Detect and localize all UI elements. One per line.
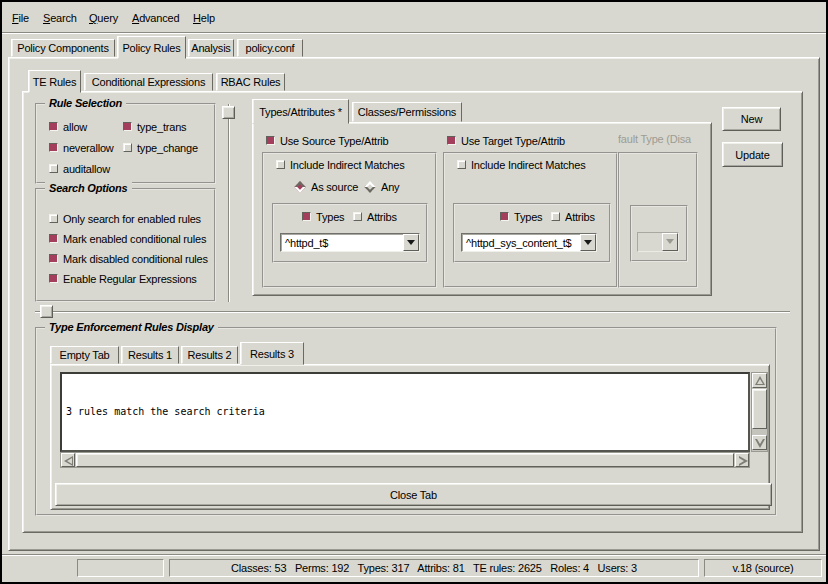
menu-advanced[interactable]: Advanced	[132, 12, 179, 24]
radio-indicator	[364, 181, 375, 192]
checkbox-indicator	[49, 164, 58, 173]
statusbar-message-panel	[77, 559, 164, 577]
checkbox-use-target-type[interactable]: Use Target Type/Attrib	[447, 134, 565, 147]
tab-classes-permissions[interactable]: Classes/Permissions	[352, 102, 462, 122]
checkbox-source-indirect[interactable]: Include Indirect Matches	[276, 158, 404, 171]
target-type-combo-value: ^httpd_sys_content_t$	[462, 237, 580, 249]
menu-search[interactable]: Search	[43, 12, 77, 24]
checkbox-label: allow	[63, 121, 87, 133]
results-textarea[interactable]: 3 rules match the search criteria (5822)…	[60, 372, 750, 452]
checkbox-neverallow[interactable]: neverallow	[49, 141, 114, 154]
checkbox-target-attribs[interactable]: Attribs	[551, 210, 595, 223]
tab-policy-conf[interactable]: policy.conf	[237, 39, 303, 57]
tab-types-attributes[interactable]: Types/Attributes *	[252, 99, 349, 124]
checkbox-indicator	[266, 136, 275, 145]
chevron-down-icon	[407, 240, 415, 245]
radio-label: As source	[311, 181, 358, 193]
statusbar-stats: Classes: 53 Perms: 192 Types: 317 Attrib…	[169, 559, 699, 577]
checkbox-target-indirect[interactable]: Include Indirect Matches	[457, 158, 585, 171]
checkbox-label: Types	[316, 211, 344, 223]
checkbox-label: Only search for enabled rules	[63, 213, 201, 225]
scroll-left-button[interactable]	[61, 453, 75, 467]
horizontal-scroll-thumb[interactable]	[76, 453, 734, 467]
results-vertical-scrollbar[interactable]	[751, 372, 768, 452]
checkbox-only-enabled-rules[interactable]: Only search for enabled rules	[49, 212, 201, 225]
target-type-combobox[interactable]: ^httpd_sys_content_t$	[461, 233, 597, 252]
results-group-title: Type Enforcement Rules Display	[45, 321, 218, 333]
checkbox-indicator	[447, 136, 456, 145]
checkbox-use-source-type[interactable]: Use Source Type/Attrib	[266, 134, 389, 147]
vertical-sash[interactable]	[228, 104, 230, 302]
source-type-combo-value: ^httpd_t$	[281, 237, 403, 249]
rule-selection-title: Rule Selection	[45, 97, 126, 109]
checkbox-type-change[interactable]: type_change	[123, 141, 198, 154]
checkbox-indicator	[49, 254, 58, 263]
results-summary: 3 rules match the search criteria	[66, 405, 578, 419]
radio-any[interactable]: Any	[366, 180, 399, 193]
checkbox-mark-enabled-conditional[interactable]: Mark enabled conditional rules	[49, 232, 206, 245]
vertical-scroll-thumb[interactable]	[752, 389, 767, 429]
menubar-separator	[2, 32, 826, 34]
update-button[interactable]: Update	[722, 142, 783, 167]
tab-results-1[interactable]: Results 1	[121, 346, 179, 364]
checkbox-indicator	[123, 143, 132, 152]
menu-file[interactable]: File	[12, 12, 29, 24]
tab-results-3[interactable]: Results 3	[240, 342, 304, 365]
statusbar-separator	[2, 554, 826, 556]
checkbox-label: Attribs	[367, 211, 397, 223]
horizontal-sash-handle[interactable]	[40, 305, 53, 318]
search-options-title: Search Options	[45, 182, 132, 194]
checkbox-mark-disabled-conditional[interactable]: Mark disabled conditional rules	[49, 252, 208, 265]
default-type-combobox	[637, 232, 679, 252]
vertical-sash-handle[interactable]	[222, 106, 235, 119]
checkbox-indicator	[276, 160, 285, 169]
checkbox-source-attribs[interactable]: Attribs	[353, 210, 397, 223]
tab-rbac-rules[interactable]: RBAC Rules	[216, 73, 285, 91]
checkbox-label: Attribs	[565, 211, 595, 223]
checkbox-enable-regex[interactable]: Enable Regular Expressions	[49, 272, 197, 285]
scroll-right-button[interactable]	[735, 453, 749, 467]
menu-bar: File Search Query Advanced Help	[2, 2, 826, 32]
radio-as-source[interactable]: As source	[296, 180, 358, 193]
arrow-up-icon-inner	[757, 379, 763, 384]
scroll-up-button[interactable]	[752, 373, 767, 388]
tab-policy-components[interactable]: Policy Components	[11, 39, 115, 57]
checkbox-allow[interactable]: allow	[49, 120, 87, 133]
combo-dropdown-button[interactable]	[403, 234, 419, 251]
checkbox-target-types[interactable]: Types	[500, 210, 542, 223]
menu-help[interactable]: Help	[193, 12, 215, 24]
horizontal-sash[interactable]	[35, 311, 790, 313]
scroll-down-button[interactable]	[752, 435, 767, 450]
checkbox-label: type_change	[137, 142, 198, 154]
checkbox-indicator	[551, 212, 560, 221]
checkbox-indicator	[49, 234, 58, 243]
checkbox-label: Use Target Type/Attrib	[461, 135, 565, 147]
checkbox-label: Include Indirect Matches	[471, 159, 585, 171]
checkbox-type-trans[interactable]: type_trans	[123, 120, 186, 133]
tab-analysis[interactable]: Analysis	[188, 39, 234, 57]
new-button[interactable]: New	[722, 107, 781, 131]
app-window: File Search Query Advanced Help Policy C…	[0, 0, 828, 584]
checkbox-label: Mark disabled conditional rules	[63, 253, 208, 265]
statusbar-version: v.18 (source)	[704, 559, 822, 577]
tab-policy-rules[interactable]: Policy Rules	[117, 36, 186, 59]
tab-empty-tab[interactable]: Empty Tab	[50, 346, 119, 364]
close-tab-button[interactable]: Close Tab	[55, 483, 772, 506]
checkbox-indicator	[302, 212, 311, 221]
checkbox-label: Use Source Type/Attrib	[280, 135, 389, 147]
source-type-combobox[interactable]: ^httpd_t$	[280, 233, 420, 252]
checkbox-indicator	[49, 214, 58, 223]
arrow-right-icon-inner	[739, 458, 744, 464]
tab-te-rules[interactable]: TE Rules	[28, 70, 81, 93]
checkbox-source-types[interactable]: Types	[302, 210, 344, 223]
combo-dropdown-button	[662, 233, 678, 251]
checkbox-label: Types	[514, 211, 542, 223]
checkbox-auditallow[interactable]: auditallow	[49, 162, 110, 175]
menu-query[interactable]: Query	[89, 12, 118, 24]
tab-results-2[interactable]: Results 2	[181, 346, 238, 364]
results-horizontal-scrollbar[interactable]	[60, 452, 750, 468]
combo-dropdown-button[interactable]	[580, 234, 596, 251]
tab-conditional-expressions[interactable]: Conditional Expressions	[84, 73, 213, 91]
arrow-down-icon-inner	[757, 439, 763, 444]
radio-indicator	[294, 181, 305, 192]
